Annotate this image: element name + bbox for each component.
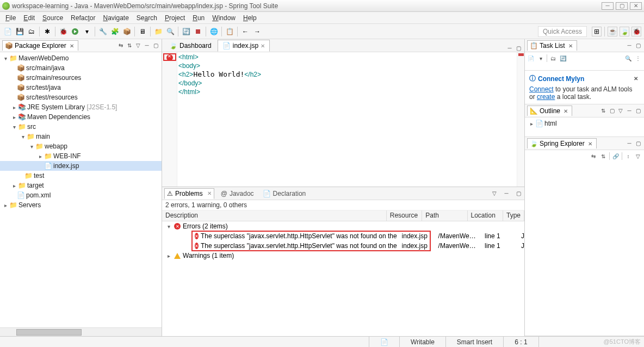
spring-tool-4[interactable]: ↕ bbox=[624, 152, 632, 160]
tree-webapp[interactable]: ▾📁webapp bbox=[0, 141, 162, 151]
connect-link[interactable]: Connect bbox=[529, 85, 554, 93]
explorer-hscroll[interactable] bbox=[0, 327, 162, 336]
spring-explorer-tab[interactable]: 🍃Spring Explorer✕ bbox=[527, 138, 597, 148]
menu-help[interactable]: Help bbox=[240, 13, 260, 23]
spring-tool-2[interactable]: ⇅ bbox=[599, 152, 607, 160]
code-editor[interactable]: <html> <body> <h2>Hello World!</h2> </bo… bbox=[162, 52, 524, 187]
problems-table[interactable]: Description Resource Path Location Type … bbox=[162, 210, 524, 336]
tasklist-minimize-button[interactable]: ─ bbox=[626, 42, 633, 49]
task-filter-button[interactable]: 🗂 bbox=[549, 54, 557, 62]
error-gutter-icon[interactable] bbox=[166, 54, 173, 61]
error-strip-mark[interactable] bbox=[518, 53, 524, 56]
new-server-button[interactable]: 🖥 bbox=[137, 26, 148, 37]
perspective-open-button[interactable]: ⊞ bbox=[592, 27, 602, 36]
problems-minimize-button[interactable]: ─ bbox=[503, 190, 510, 197]
tree-src-main-java[interactable]: 📦src/main/java bbox=[0, 63, 162, 73]
tab-index-jsp[interactable]: 📄index.jsp✕ bbox=[218, 40, 270, 52]
tree-web-inf[interactable]: ▸📁WEB-INF bbox=[0, 151, 162, 161]
tab-javadoc[interactable]: @Javadoc bbox=[219, 189, 256, 199]
menu-navigate[interactable]: Navigate bbox=[100, 13, 132, 23]
outline-maximize-button[interactable]: ▢ bbox=[634, 107, 642, 115]
problems-header-row[interactable]: Description Resource Path Location Type bbox=[162, 210, 524, 221]
tab-declaration[interactable]: 📄Declaration bbox=[261, 189, 308, 199]
save-all-button[interactable]: 🗂 bbox=[26, 26, 37, 37]
perspective-spring[interactable]: 🍃 bbox=[620, 27, 629, 36]
collapse-all-button[interactable]: ⇆ bbox=[117, 42, 125, 49]
back-button[interactable]: ← bbox=[240, 26, 251, 37]
tree-src-test-java[interactable]: 📦src/test/java bbox=[0, 83, 162, 92]
outline-menu-button[interactable]: ▽ bbox=[617, 107, 624, 115]
tree-jre[interactable]: ▸📚JRE System Library [J2SE-1.5] bbox=[0, 102, 162, 112]
menu-run[interactable]: Run bbox=[189, 13, 208, 23]
perspective-java[interactable]: ☕ bbox=[608, 27, 617, 36]
tab-dashboard[interactable]: 🍃Dashboard bbox=[164, 40, 216, 52]
forward-button[interactable]: → bbox=[252, 26, 263, 37]
outline-tool-1[interactable]: ⇅ bbox=[599, 107, 607, 115]
code-area[interactable]: <html> <body> <h2>Hello World!</h2> </bo… bbox=[177, 52, 517, 187]
editor-maximize-button[interactable]: ▢ bbox=[515, 44, 522, 52]
col-location[interactable]: Location bbox=[468, 210, 503, 221]
create-link[interactable]: create bbox=[537, 93, 555, 101]
close-tab-icon[interactable]: ✕ bbox=[207, 190, 212, 196]
tree-pom[interactable]: 📄pom.xml bbox=[0, 190, 162, 200]
menu-edit[interactable]: Edit bbox=[20, 13, 38, 23]
maximize-view-button[interactable]: ▢ bbox=[152, 42, 159, 49]
outline-tree[interactable]: ▸📄html bbox=[525, 117, 644, 137]
tree-main[interactable]: ▾📁main bbox=[0, 132, 162, 141]
close-mylyn-button[interactable]: ✕ bbox=[632, 75, 640, 83]
relaunch-button[interactable]: 🔄 bbox=[181, 26, 191, 37]
tool-7[interactable]: 🌐 bbox=[208, 26, 219, 37]
package-explorer-tab[interactable]: 📦 Package Explorer ✕ bbox=[2, 40, 78, 51]
tree-test[interactable]: 📁test bbox=[0, 171, 162, 181]
tree-maven-deps[interactable]: ▸📚Maven Dependencies bbox=[0, 112, 162, 122]
tree-src-main-resources[interactable]: 📦src/main/resources bbox=[0, 73, 162, 83]
col-resource[interactable]: Resource bbox=[387, 210, 422, 221]
tree-servers[interactable]: ▸📁Servers bbox=[0, 200, 162, 210]
outline-tab[interactable]: 📐Outline✕ bbox=[527, 106, 572, 116]
menu-window[interactable]: Window bbox=[209, 13, 239, 23]
overview-ruler[interactable] bbox=[517, 52, 524, 187]
task-sync-button[interactable]: 🔄 bbox=[559, 54, 567, 62]
outline-item-html[interactable]: ▸📄html bbox=[525, 119, 644, 128]
menu-search[interactable]: Search bbox=[133, 13, 160, 23]
spring-tool-3[interactable]: 🔗 bbox=[612, 152, 620, 160]
tool-5[interactable]: 📁 bbox=[153, 26, 164, 37]
tool-2[interactable]: 🔧 bbox=[97, 26, 108, 37]
tree-src[interactable]: ▾📁src bbox=[0, 122, 162, 132]
tree-src-test-resources[interactable]: 📦src/test/resources bbox=[0, 92, 162, 102]
spring-menu-button[interactable]: ▽ bbox=[634, 152, 642, 160]
menu-project[interactable]: Project bbox=[162, 13, 188, 23]
outline-minimize-button[interactable]: ─ bbox=[626, 107, 633, 115]
perspective-debug[interactable]: 🐞 bbox=[631, 27, 641, 36]
spring-maximize-button[interactable]: ▢ bbox=[634, 140, 642, 147]
save-button[interactable]: 💾 bbox=[14, 26, 25, 37]
link-editor-button[interactable]: ⇅ bbox=[126, 42, 133, 49]
new-button[interactable]: 📄 bbox=[2, 26, 13, 37]
task-search-button[interactable]: 🔍 bbox=[624, 54, 632, 62]
problems-maximize-button[interactable]: ▢ bbox=[515, 190, 522, 197]
stop-button[interactable] bbox=[193, 26, 203, 37]
problem-row[interactable]: ✕The superclass "javax.servlet.http.Http… bbox=[162, 231, 524, 241]
tool-3[interactable]: 🧩 bbox=[109, 26, 120, 37]
tool-8[interactable]: 📋 bbox=[224, 26, 235, 37]
task-cat-button[interactable]: ▾ bbox=[537, 54, 544, 62]
minimize-button[interactable]: ─ bbox=[602, 2, 614, 10]
task-menu-button[interactable]: ⋮ bbox=[634, 54, 642, 62]
menu-refactor[interactable]: Refactor bbox=[67, 13, 98, 23]
menu-file[interactable]: File bbox=[2, 13, 19, 23]
package-explorer-tree[interactable]: ▾📁MavenWebDemo 📦src/main/java 📦src/main/… bbox=[0, 52, 162, 327]
run-last-button[interactable]: ▾ bbox=[82, 26, 92, 37]
tree-index-jsp[interactable]: 📄index.jsp bbox=[0, 161, 162, 171]
tree-project[interactable]: ▾📁MavenWebDemo bbox=[0, 53, 162, 63]
new-task-button[interactable]: 📄 bbox=[527, 54, 535, 62]
editor-minimize-button[interactable]: ─ bbox=[506, 44, 513, 52]
tool-1[interactable]: ✱ bbox=[42, 26, 53, 37]
tool-4[interactable]: 📦 bbox=[121, 26, 132, 37]
menu-source[interactable]: Source bbox=[39, 13, 66, 23]
tab-problems[interactable]: ⚠Problems✕ bbox=[164, 188, 214, 199]
view-menu-button[interactable]: ▽ bbox=[134, 42, 142, 49]
maximize-button[interactable]: ▢ bbox=[616, 2, 628, 10]
spring-minimize-button[interactable]: ─ bbox=[626, 140, 633, 147]
close-tab-icon[interactable]: ✕ bbox=[261, 43, 265, 49]
debug-button[interactable]: 🐞 bbox=[58, 26, 69, 37]
